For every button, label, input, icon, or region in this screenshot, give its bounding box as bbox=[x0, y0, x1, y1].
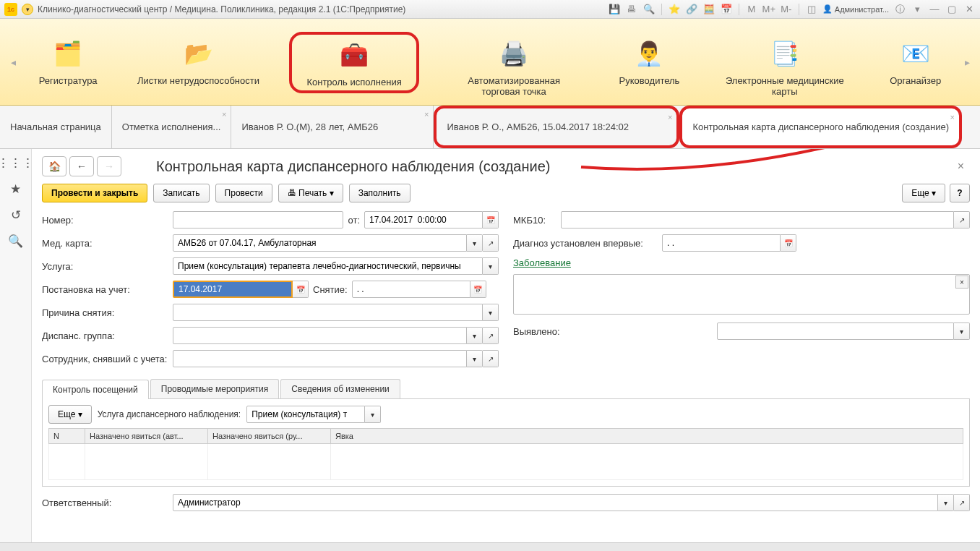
unreg-date-input[interactable] bbox=[352, 281, 470, 298]
ribbon-item-manager[interactable]: 👨‍💼 Руководитель bbox=[609, 32, 690, 90]
panels-icon[interactable]: ◫ bbox=[805, 3, 818, 16]
main-form: Номер: от: 📅 Мед. карта: ▾ ↗ bbox=[42, 211, 970, 373]
responsible-input[interactable] bbox=[173, 494, 938, 511]
forward-button[interactable]: → bbox=[97, 156, 121, 176]
col-scheduled-manual[interactable]: Назначено явиться (ру... bbox=[208, 429, 331, 444]
close-icon[interactable]: × bbox=[424, 110, 429, 119]
info-icon[interactable]: ⓘ bbox=[893, 3, 906, 16]
open-link-icon[interactable]: ↗ bbox=[483, 350, 499, 367]
link-icon[interactable]: 🔗 bbox=[685, 3, 698, 16]
dropdown-icon[interactable]: ▾ bbox=[954, 323, 970, 340]
print-icon[interactable]: 🖶 bbox=[625, 3, 638, 16]
open-link-icon[interactable]: ↗ bbox=[483, 327, 499, 344]
content-header: 🏠 ← → Контрольная карта диспансерного на… bbox=[42, 156, 970, 176]
print-button[interactable]: 🖶 Печать ▾ bbox=[278, 184, 343, 202]
open-ref-icon[interactable]: ▾ bbox=[467, 234, 483, 252]
ribbon-prev-icon[interactable]: ◂ bbox=[7, 56, 19, 68]
ribbon-label: Руководитель bbox=[619, 75, 680, 86]
apps-icon[interactable]: ⋮⋮⋮ bbox=[8, 155, 24, 171]
dropdown-icon[interactable]: ▾ bbox=[365, 406, 381, 423]
favorite-icon[interactable]: ⭐ bbox=[668, 3, 681, 16]
more-button[interactable]: Еще ▾ bbox=[902, 184, 945, 202]
open-ref-icon[interactable]: ▾ bbox=[483, 257, 499, 275]
ribbon-item-pos[interactable]: 🖨️ Автоматизированная торговая точка bbox=[439, 32, 589, 101]
subtab-visits[interactable]: Контроль посещений bbox=[42, 380, 149, 399]
ribbon-item-organizer[interactable]: 📧 Органайзер bbox=[880, 32, 951, 90]
dropdown-icon[interactable]: ▾ bbox=[911, 3, 924, 16]
dispensary-service-input[interactable] bbox=[246, 406, 365, 423]
clear-icon[interactable]: × bbox=[955, 276, 968, 289]
first-diag-input[interactable] bbox=[662, 234, 781, 252]
calendar-icon[interactable]: 📅 bbox=[720, 3, 733, 16]
date-from-input[interactable] bbox=[364, 211, 483, 228]
subtab-events[interactable]: Проводимые мероприятия bbox=[150, 379, 280, 398]
disease-textarea[interactable] bbox=[513, 274, 970, 315]
star-icon[interactable]: ★ bbox=[8, 181, 24, 197]
fill-button[interactable]: Заполнить bbox=[349, 184, 411, 202]
content-area: 🏠 ← → Контрольная карта диспансерного на… bbox=[32, 149, 980, 542]
maximize-icon[interactable]: ▢ bbox=[945, 3, 958, 16]
close-page-icon[interactable]: × bbox=[952, 157, 970, 176]
back-button[interactable]: ← bbox=[69, 156, 94, 176]
service-input[interactable] bbox=[173, 257, 483, 275]
sub-more-button[interactable]: Еще ▾ bbox=[48, 405, 92, 424]
ribbon-item-control[interactable]: 🧰 Контроль исполнения bbox=[289, 32, 418, 93]
mplus-icon[interactable]: M+ bbox=[762, 3, 775, 16]
close-window-icon[interactable]: ✕ bbox=[963, 3, 976, 16]
search-icon[interactable]: 🔍 bbox=[8, 233, 24, 249]
save-button[interactable]: Записать bbox=[153, 184, 209, 202]
close-icon[interactable]: × bbox=[950, 113, 955, 121]
open-link-icon[interactable]: ↗ bbox=[954, 211, 970, 228]
dropdown-circle-icon[interactable]: ▾ bbox=[22, 4, 33, 15]
calendar-picker-icon[interactable]: 📅 bbox=[470, 281, 486, 298]
number-input[interactable] bbox=[173, 211, 343, 228]
disease-link[interactable]: Заболевание bbox=[513, 257, 571, 268]
calendar-picker-icon[interactable]: 📅 bbox=[483, 211, 499, 228]
separator bbox=[739, 4, 739, 15]
user-menu[interactable]: 👤 Администрат... bbox=[822, 4, 889, 14]
mkb-input[interactable] bbox=[561, 211, 954, 228]
col-n[interactable]: N bbox=[49, 429, 85, 444]
table-row[interactable] bbox=[49, 444, 963, 480]
medcard-input[interactable] bbox=[173, 234, 467, 252]
ribbon-item-sicklists[interactable]: 📂 Листки нетрудоспособности bbox=[127, 32, 270, 90]
open-link-icon[interactable]: ↗ bbox=[954, 494, 970, 511]
unreg-employee-input[interactable] bbox=[173, 350, 467, 367]
tab-execution-mark[interactable]: Отметка исполнения...× bbox=[112, 106, 232, 148]
calc-icon[interactable]: 🧮 bbox=[702, 3, 715, 16]
registration-date-input[interactable] bbox=[173, 281, 293, 298]
home-button[interactable]: 🏠 bbox=[42, 156, 66, 176]
group-input[interactable] bbox=[173, 327, 467, 344]
tab-start-page[interactable]: Начальная страница bbox=[0, 106, 112, 148]
tab-patient[interactable]: Иванов Р. О.(М), 28 лет, АМБ26× bbox=[231, 106, 434, 148]
dropdown-icon[interactable]: ▾ bbox=[467, 350, 483, 367]
tab-visit[interactable]: Иванов Р. О., АМБ26, 15.04.2017 18:24:02… bbox=[434, 106, 679, 148]
ribbon-item-emr[interactable]: 📑 Электронные медицинские карты bbox=[710, 32, 860, 101]
unreg-reason-input[interactable] bbox=[173, 304, 483, 321]
dropdown-icon[interactable]: ▾ bbox=[467, 327, 483, 344]
save-icon[interactable]: 💾 bbox=[608, 3, 621, 16]
preview-icon[interactable]: 🔍 bbox=[642, 3, 656, 16]
m-icon[interactable]: M bbox=[745, 3, 758, 16]
post-button[interactable]: Провести bbox=[215, 184, 272, 202]
close-icon[interactable]: × bbox=[222, 110, 226, 119]
calendar-picker-icon[interactable]: 📅 bbox=[781, 234, 796, 252]
col-scheduled-auto[interactable]: Назначено явиться (авт... bbox=[85, 429, 208, 444]
dropdown-icon[interactable]: ▾ bbox=[483, 304, 499, 321]
tab-dispensary-card[interactable]: Контрольная карта диспансерного наблюден… bbox=[679, 106, 962, 148]
tab-label: Контрольная карта диспансерного наблюден… bbox=[692, 121, 949, 132]
help-button[interactable]: ? bbox=[950, 184, 970, 202]
calendar-picker-icon[interactable]: 📅 bbox=[293, 281, 309, 298]
post-close-button[interactable]: Провести и закрыть bbox=[42, 184, 147, 202]
minimize-icon[interactable]: — bbox=[928, 3, 941, 16]
dropdown-icon[interactable]: ▾ bbox=[938, 494, 954, 511]
mminus-icon[interactable]: M- bbox=[780, 3, 793, 16]
subtab-changes[interactable]: Сведения об изменении bbox=[280, 379, 400, 398]
col-visit[interactable]: Явка bbox=[331, 429, 963, 444]
open-link-icon[interactable]: ↗ bbox=[483, 234, 499, 252]
ribbon-next-icon[interactable]: ▸ bbox=[961, 56, 973, 68]
close-icon[interactable]: × bbox=[668, 113, 672, 121]
detected-input[interactable] bbox=[717, 323, 954, 340]
history-icon[interactable]: ↺ bbox=[8, 207, 24, 223]
ribbon-item-registry[interactable]: 🗂️ Регистратура bbox=[29, 32, 108, 90]
